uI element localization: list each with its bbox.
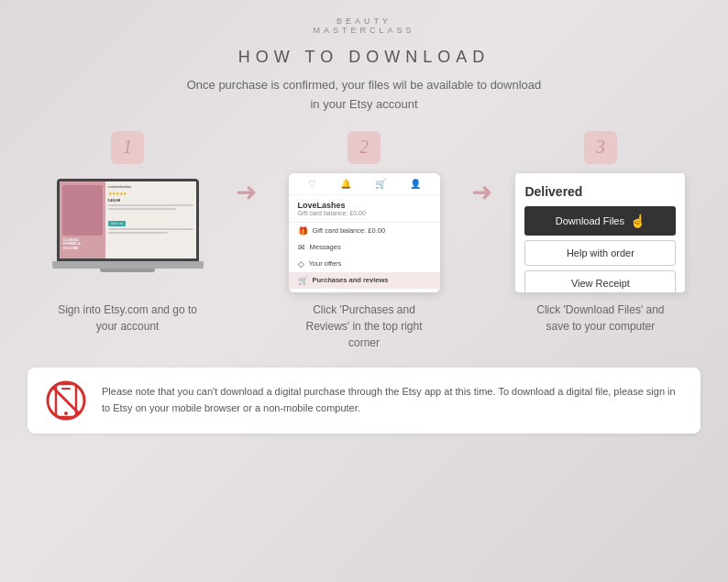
laptop-screen: CLASSICHYBRID &VOLUME creativelashes ★★★… <box>57 179 199 261</box>
step-1-caption: Sign into Etsy.com and go to your accoun… <box>58 302 197 335</box>
dropdown-illustration: ♡ 🔔 🛒 👤 LoveLashes Gift card balance: £0… <box>289 173 440 292</box>
dropdown-item-impact[interactable]: ◉ Your impact New <box>289 289 440 292</box>
page-container: BEAUTY MASTERCLASS HOW TO DOWNLOAD Once … <box>0 0 728 582</box>
laptop-line-2 <box>108 208 176 210</box>
step-2-number: 2 <box>347 131 381 164</box>
laptop-base <box>52 261 204 269</box>
laptop-line-4 <box>108 232 168 234</box>
laptop-main-content: creativelashes ★★★★★ £40.00 Add to cart <box>105 181 196 258</box>
download-files-button[interactable]: Download Files ☝ <box>524 206 676 236</box>
laptop-illustration: CLASSICHYBRID &VOLUME creativelashes ★★★… <box>48 179 208 287</box>
delivered-label: Delivered <box>524 184 676 199</box>
dropdown-item-giftcard[interactable]: 🎁 Gift card balance: £0.00 <box>289 223 440 239</box>
brand-line1: BEAUTY <box>313 16 414 26</box>
dropdown-header: ♡ 🔔 🛒 👤 <box>289 173 440 195</box>
purchases-icon: 🛒 <box>298 276 308 285</box>
svg-point-2 <box>64 412 68 415</box>
page-subtitle: Once purchase is confirmed, your files w… <box>187 76 542 115</box>
laptop-line-1 <box>108 204 193 206</box>
arrow-1-2: ➜ <box>227 177 264 207</box>
gift-icon: 🎁 <box>298 226 308 236</box>
bell-icon: 🔔 <box>340 179 351 189</box>
notice-box: Please note that you can't download a di… <box>28 368 700 434</box>
laptop-product-title: CLASSICHYBRID &VOLUME <box>62 238 103 251</box>
step-2-image: ♡ 🔔 🛒 👤 LoveLashes Gift card balance: £0… <box>277 173 451 292</box>
page-title: HOW TO DOWNLOAD <box>238 48 490 67</box>
cursor-icon: ☝ <box>630 214 645 228</box>
cart-icon: 🛒 <box>375 179 386 189</box>
help-with-order-button[interactable]: Help with order <box>524 240 676 266</box>
dropdown-item-offers[interactable]: ◇ Your offers <box>289 256 440 272</box>
step-3: 3 Delivered Download Files ☝ Help with o… <box>501 131 700 335</box>
svg-rect-1 <box>61 388 71 390</box>
step-3-caption: Click 'Download Files' and save to your … <box>536 302 664 335</box>
dropdown-item-purchases[interactable]: 🛒 Purchases and reviews <box>289 272 440 289</box>
step-3-image: Delivered Download Files ☝ Help with ord… <box>513 173 688 292</box>
offers-icon: ◇ <box>298 259 304 269</box>
laptop-product-name: creativelashes <box>108 184 193 189</box>
step-3-number: 3 <box>584 131 617 164</box>
step-2-caption: Click 'Purchases and Reviews' in the top… <box>305 302 422 351</box>
view-receipt-button[interactable]: View Receipt <box>524 270 676 292</box>
arrow-2-3: ➜ <box>464 177 501 207</box>
laptop-stand <box>100 269 155 272</box>
step-2: 2 ♡ 🔔 🛒 👤 LoveLashes Gift card balance: … <box>264 131 464 351</box>
notice-text: Please note that you can't download a di… <box>102 384 684 416</box>
message-icon: ✉ <box>298 243 305 252</box>
brand-logo: BEAUTY MASTERCLASS <box>313 16 414 35</box>
step-1-number: 1 <box>111 131 144 164</box>
dropdown-item-messages[interactable]: ✉ Messages <box>289 239 440 256</box>
steps-row: 1 CLASSICHYBRID &VOLUME creativelashes ★… <box>28 131 700 351</box>
laptop-rating: ★★★★★ <box>108 191 193 196</box>
laptop-line-3 <box>108 228 193 230</box>
step-1: 1 CLASSICHYBRID &VOLUME creativelashes ★… <box>28 131 227 335</box>
subtitle-line1: Once purchase is confirmed, your files w… <box>187 78 542 92</box>
no-phone-icon <box>44 379 88 423</box>
dropdown-username: LoveLashes Gift card balance: £0.00 <box>289 195 440 223</box>
heart-icon: ♡ <box>308 179 316 189</box>
etsy-download-ui: Delivered Download Files ☝ Help with ord… <box>515 173 685 292</box>
step-1-image: CLASSICHYBRID &VOLUME creativelashes ★★★… <box>40 173 215 292</box>
avatar-icon: 👤 <box>410 179 421 189</box>
laptop-screen-content: CLASSICHYBRID &VOLUME creativelashes ★★★… <box>60 181 196 258</box>
subtitle-line2: in your Etsy account <box>310 97 417 111</box>
download-files-label: Download Files <box>556 215 624 226</box>
laptop-sidebar: CLASSICHYBRID &VOLUME <box>60 181 105 258</box>
laptop-cta-button: Add to cart <box>108 221 127 226</box>
laptop-product-img <box>62 185 103 236</box>
brand-line2: MASTERCLASS <box>313 26 414 35</box>
laptop-price: £40.00 <box>108 198 193 203</box>
